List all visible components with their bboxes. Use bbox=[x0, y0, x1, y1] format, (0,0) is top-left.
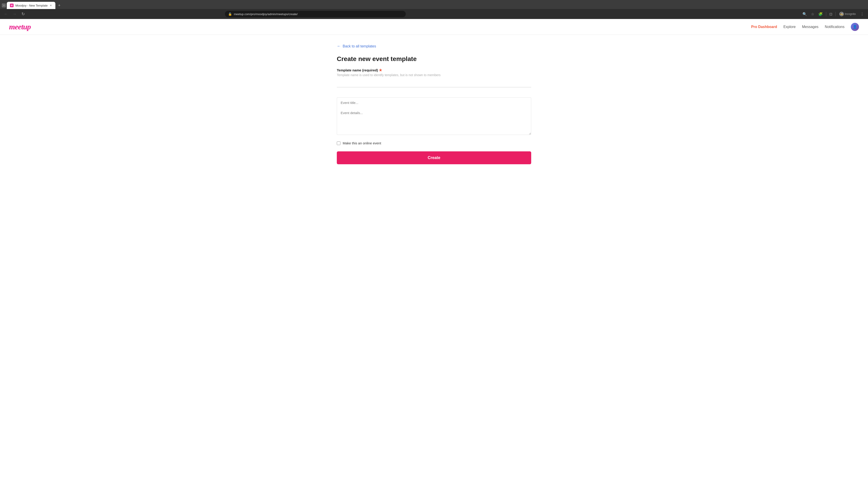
browser-toolbar: ← → ↻ 🔒 meetup.com/pro/moodjoy/admin/mee… bbox=[0, 9, 868, 19]
template-name-section: Template name (required) ★ Template name… bbox=[337, 68, 531, 92]
template-name-hint: Template name is used to identify templa… bbox=[337, 73, 531, 77]
notifications-link[interactable]: Notifications bbox=[825, 25, 844, 29]
template-name-label: Template name (required) ★ bbox=[337, 68, 531, 72]
required-star: ★ bbox=[379, 68, 382, 72]
back-button[interactable]: ← bbox=[3, 11, 9, 17]
browser-chrome: ▾ M Moodjoy - New Template × + ← → ↻ 🔒 m… bbox=[0, 0, 868, 19]
back-arrow-icon: ← bbox=[337, 44, 341, 48]
online-event-checkbox[interactable] bbox=[337, 141, 340, 145]
pro-dashboard-link[interactable]: Pro Dashboard bbox=[751, 25, 777, 29]
online-event-label[interactable]: Make this an online event bbox=[343, 141, 381, 145]
explore-link[interactable]: Explore bbox=[783, 25, 796, 29]
site-logo[interactable]: meetup bbox=[9, 23, 31, 31]
create-button[interactable]: Create bbox=[337, 151, 531, 164]
toolbar-bookmark-button[interactable]: ☆ bbox=[810, 11, 815, 17]
back-link-text: Back to all templates bbox=[343, 44, 376, 48]
address-bar-lock-icon: 🔒 bbox=[228, 12, 232, 16]
incognito-icon: 🕵 bbox=[839, 12, 844, 16]
event-title-input[interactable] bbox=[337, 97, 531, 108]
create-template-form: Template name (required) ★ Template name… bbox=[337, 68, 531, 164]
incognito-button[interactable]: 🕵 Incognito bbox=[837, 11, 858, 17]
new-tab-button[interactable]: + bbox=[56, 2, 62, 9]
page-content: meetup Pro Dashboard Explore Messages No… bbox=[0, 19, 868, 488]
page-title: Create new event template bbox=[337, 55, 531, 63]
event-details-textarea[interactable] bbox=[337, 108, 531, 135]
toolbar-divider-2 bbox=[835, 12, 836, 16]
back-to-templates-link[interactable]: ← Back to all templates bbox=[337, 44, 531, 48]
messages-link[interactable]: Messages bbox=[802, 25, 818, 29]
tab-dropdown-button[interactable]: ▾ bbox=[2, 3, 6, 7]
incognito-label: Incognito bbox=[845, 12, 856, 15]
main-content: ← Back to all templates Create new event… bbox=[332, 35, 536, 173]
refresh-button[interactable]: ↻ bbox=[20, 11, 26, 17]
address-bar[interactable]: 🔒 meetup.com/pro/moodjoy/admin/meetups/c… bbox=[225, 11, 406, 17]
tab-favicon: M bbox=[10, 4, 13, 7]
toolbar-menu-button[interactable]: ⋮ bbox=[859, 11, 865, 17]
tab-title: Moodjoy - New Template bbox=[16, 4, 48, 7]
toolbar-search-button[interactable]: 🔍 bbox=[801, 11, 808, 17]
toolbar-divider bbox=[826, 12, 826, 16]
event-fields-section bbox=[337, 97, 531, 136]
address-url: meetup.com/pro/moodjoy/admin/meetups/cre… bbox=[234, 12, 403, 16]
toolbar-extensions-button[interactable]: 🧩 bbox=[817, 11, 824, 17]
tab-close-button[interactable]: × bbox=[50, 4, 52, 7]
template-name-input[interactable] bbox=[337, 79, 531, 88]
toolbar-window-button[interactable]: ⊡ bbox=[828, 11, 834, 17]
online-event-row: Make this an online event bbox=[337, 141, 531, 145]
site-header: meetup Pro Dashboard Explore Messages No… bbox=[0, 19, 868, 35]
browser-tab-bar: ▾ M Moodjoy - New Template × + bbox=[0, 0, 868, 9]
user-avatar[interactable]: 👤 bbox=[851, 23, 859, 31]
header-nav: Pro Dashboard Explore Messages Notificat… bbox=[751, 23, 859, 31]
active-browser-tab[interactable]: M Moodjoy - New Template × bbox=[7, 2, 55, 9]
forward-button[interactable]: → bbox=[11, 11, 18, 17]
toolbar-right: 🔍 ☆ 🧩 ⊡ 🕵 Incognito ⋮ bbox=[801, 11, 865, 17]
